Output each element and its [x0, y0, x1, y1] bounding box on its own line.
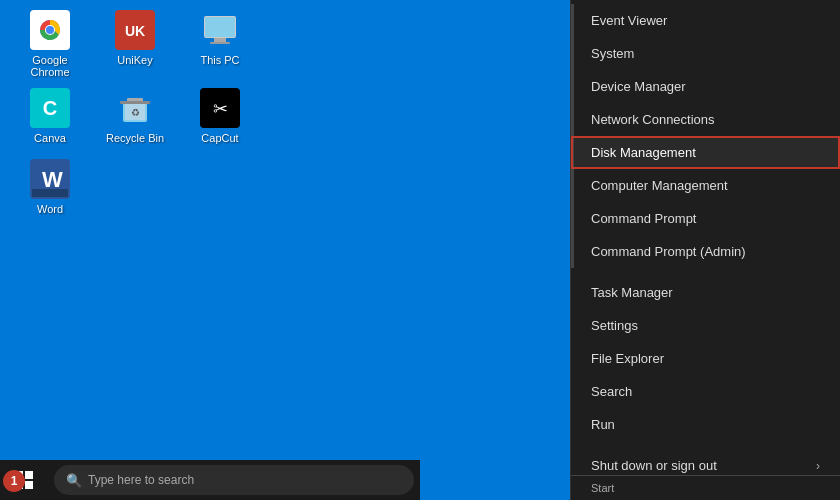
svg-rect-7 — [205, 17, 235, 37]
svg-rect-9 — [210, 42, 230, 44]
icon-canva[interactable]: C Canva — [15, 88, 85, 144]
menu-item-search[interactable]: Search — [571, 375, 840, 408]
menu-item-command-prompt[interactable]: Command Prompt — [571, 202, 840, 235]
menu-item-label: System — [591, 46, 634, 61]
menu-item-task-manager[interactable]: Task Manager — [571, 276, 840, 309]
menu-item-system[interactable]: System — [571, 37, 840, 70]
menu-item-label: Command Prompt (Admin) — [591, 244, 746, 259]
svg-text:✂: ✂ — [213, 99, 228, 119]
menu-item-settings[interactable]: Settings — [571, 309, 840, 342]
recycle-icon-img: ♻ — [115, 88, 155, 128]
capcut-label: CapCut — [201, 132, 238, 144]
svg-point-3 — [46, 26, 54, 34]
menu-item-label: Shut down or sign out — [591, 458, 717, 473]
chrome-label: Google Chrome — [15, 54, 85, 78]
menu-start-row: Start — [571, 475, 840, 500]
menu-item-label: Run — [591, 417, 615, 432]
icon-unikey[interactable]: UK UniKey — [100, 10, 170, 78]
unikey-label: UniKey — [117, 54, 152, 66]
badge-1: 1 — [3, 470, 25, 492]
icon-thispc[interactable]: This PC — [185, 10, 255, 78]
svg-rect-8 — [214, 38, 226, 42]
canva-icon-img: C — [30, 88, 70, 128]
search-placeholder: Type here to search — [88, 473, 194, 487]
capcut-icon-img: ✂ — [200, 88, 240, 128]
chevron-right-icon: › — [816, 459, 820, 473]
menu-item-disk-management[interactable]: Disk Management 2 — [571, 136, 840, 169]
search-bar[interactable]: 🔍 Type here to search — [54, 465, 414, 495]
menu-item-label: Computer Management — [591, 178, 728, 193]
svg-text:UK: UK — [125, 23, 145, 39]
canva-label: Canva — [34, 132, 66, 144]
taskbar: 1 🔍 Type here to search — [0, 460, 420, 500]
icon-capcut[interactable]: ✂ CapCut — [185, 88, 255, 144]
desktop: Google Chrome UK UniKey — [0, 0, 840, 500]
menu-item-event-viewer[interactable]: Event Viewer — [571, 4, 840, 37]
recycle-label: Recycle Bin — [106, 132, 164, 144]
svg-text:C: C — [43, 97, 57, 119]
svg-rect-15 — [120, 101, 150, 104]
unikey-icon-img: UK — [115, 10, 155, 50]
svg-text:W: W — [42, 167, 63, 192]
thispc-icon-img — [200, 10, 240, 50]
icon-row-1: Google Chrome UK UniKey — [15, 10, 255, 78]
chrome-icon-img — [30, 10, 70, 50]
svg-rect-21 — [32, 189, 68, 197]
menu-item-run[interactable]: Run — [571, 408, 840, 441]
word-label: Word — [37, 203, 63, 215]
start-label: Start — [591, 482, 614, 494]
icon-word[interactable]: W Word — [15, 159, 85, 215]
svg-text:♻: ♻ — [131, 107, 140, 118]
icon-row-2: C Canva ♻ Recycle Bin — [15, 88, 255, 144]
menu-item-label: Search — [591, 384, 632, 399]
menu-item-label: Device Manager — [591, 79, 686, 94]
menu-item-label: Settings — [591, 318, 638, 333]
menu-item-device-manager[interactable]: Device Manager — [571, 70, 840, 103]
menu-item-network-connections[interactable]: Network Connections — [571, 103, 840, 136]
thispc-label: This PC — [200, 54, 239, 66]
menu-item-label: Event Viewer — [591, 13, 667, 28]
icon-recycle[interactable]: ♻ Recycle Bin — [100, 88, 170, 144]
menu-item-label: Command Prompt — [591, 211, 696, 226]
menu-item-label: Task Manager — [591, 285, 673, 300]
menu-item-file-explorer[interactable]: File Explorer — [571, 342, 840, 375]
search-icon: 🔍 — [66, 473, 82, 488]
word-icon-img: W — [30, 159, 70, 199]
menu-item-computer-management[interactable]: Computer Management — [571, 169, 840, 202]
icon-row-3: W Word — [15, 159, 255, 215]
menu-item-label: File Explorer — [591, 351, 664, 366]
menu-item-command-prompt-admin[interactable]: Command Prompt (Admin) — [571, 235, 840, 268]
menu-item-label: Network Connections — [591, 112, 715, 127]
icon-chrome[interactable]: Google Chrome — [15, 10, 85, 78]
menu-item-label: Disk Management — [591, 145, 696, 160]
context-menu: Event Viewer System Device Manager Netwo… — [570, 0, 840, 500]
desktop-icons-area: Google Chrome UK UniKey — [15, 10, 255, 215]
